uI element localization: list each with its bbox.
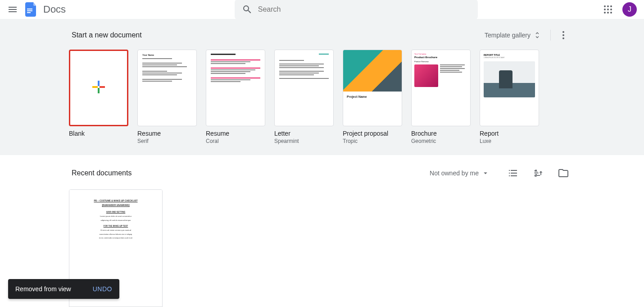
template-letter-spearmint[interactable]: Letter Spearmint: [274, 50, 334, 144]
toast-message: Removed from view: [15, 285, 71, 293]
svg-text:A: A: [535, 169, 538, 173]
template-report[interactable]: REPORT TITLELOREM IPSUM DOLOR SIT AMET R…: [480, 50, 539, 144]
template-resume-coral[interactable]: Resume Coral: [206, 50, 265, 144]
hamburger-icon: [7, 4, 18, 15]
svg-point-4: [607, 5, 609, 7]
svg-point-13: [562, 34, 564, 36]
recent-section-title: Recent documents: [72, 169, 132, 177]
sort-button[interactable]: AZ: [529, 164, 547, 182]
svg-point-8: [610, 9, 612, 10]
template-project-proposal[interactable]: Project Name Project proposal Tropic: [343, 50, 402, 144]
template-label: Resume: [137, 130, 197, 137]
svg-point-7: [607, 9, 609, 10]
preview-text: Your Company: [414, 53, 467, 55]
svg-point-5: [610, 5, 612, 7]
template-subtitle: Coral: [206, 138, 265, 144]
svg-point-12: [562, 31, 564, 33]
preview-text: Your Name: [142, 54, 192, 57]
folder-icon: [558, 168, 569, 179]
filter-label: Not owned by me: [430, 170, 479, 177]
svg-rect-0: [27, 9, 32, 9]
template-more-button[interactable]: [554, 26, 572, 44]
account-avatar[interactable]: J: [622, 2, 637, 17]
preview-text: Product Overview: [414, 60, 467, 63]
template-subtitle: Serif: [137, 138, 197, 144]
list-view-button[interactable]: [504, 164, 522, 182]
search-icon: [242, 4, 253, 15]
docs-logo-icon: [23, 1, 39, 18]
svg-point-3: [604, 5, 606, 7]
svg-point-14: [562, 37, 564, 39]
more-vert-icon: [558, 30, 569, 41]
svg-point-11: [610, 12, 612, 14]
apps-grid-icon: [603, 4, 613, 15]
owner-filter-dropdown[interactable]: Not owned by me: [426, 166, 493, 180]
svg-rect-2: [27, 12, 31, 13]
google-apps-button[interactable]: [599, 0, 617, 18]
divider: [550, 30, 551, 41]
template-label: Project proposal: [343, 130, 402, 137]
file-picker-button[interactable]: [554, 164, 572, 182]
svg-text:Z: Z: [535, 173, 537, 178]
sort-az-icon: AZ: [533, 168, 544, 179]
svg-point-6: [604, 9, 606, 10]
preview-text: REPORT TITLE: [484, 54, 535, 56]
template-subtitle: Geometric: [411, 138, 471, 144]
svg-point-9: [604, 12, 606, 14]
app-title: Docs: [43, 4, 66, 15]
template-gallery-label: Template gallery: [485, 32, 531, 39]
template-label: Letter: [274, 130, 334, 137]
main-menu-button[interactable]: [7, 4, 18, 15]
svg-point-10: [607, 12, 609, 14]
undo-toast: Removed from view UNDO: [8, 279, 119, 299]
template-label: Blank: [69, 130, 128, 137]
template-section-title: Start a new document: [72, 31, 142, 39]
template-blank[interactable]: Blank: [69, 50, 128, 144]
template-label: Brochure: [411, 130, 471, 137]
plus-icon: [89, 77, 109, 99]
template-label: Report: [480, 130, 539, 137]
template-resume-serif[interactable]: Your Name Resume Serif: [137, 50, 197, 144]
search-box[interactable]: [235, 0, 478, 20]
unfold-icon: [533, 31, 541, 39]
undo-button[interactable]: UNDO: [93, 285, 112, 293]
docs-logo[interactable]: [22, 0, 40, 18]
preview-text: Product Brochure: [414, 56, 467, 59]
template-gallery-button[interactable]: Template gallery: [479, 28, 547, 42]
svg-rect-1: [27, 10, 32, 11]
preview-text: LOREM IPSUM DOLOR SIT AMET: [484, 57, 535, 59]
template-subtitle: Spearmint: [274, 138, 334, 144]
dropdown-arrow-icon: [481, 169, 490, 177]
search-input[interactable]: [258, 5, 471, 14]
template-brochure[interactable]: Your CompanyProduct BrochureProduct Over…: [411, 50, 471, 144]
template-subtitle: Tropic: [343, 138, 402, 144]
template-subtitle: Luxe: [480, 138, 539, 144]
preview-text: Project Name: [343, 92, 402, 102]
template-label: Resume: [206, 130, 265, 137]
list-icon: [508, 168, 518, 179]
